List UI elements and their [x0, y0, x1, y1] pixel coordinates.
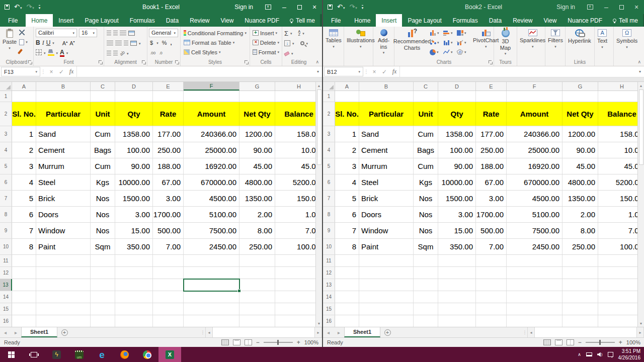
- styles-dialog-launcher[interactable]: [245, 60, 249, 64]
- maximize-button[interactable]: [292, 0, 307, 14]
- cell-F11[interactable]: [507, 255, 562, 266]
- tab-view[interactable]: View: [215, 14, 239, 27]
- undo-button[interactable]: ↶▾: [337, 4, 345, 11]
- winamp-taskbar-button[interactable]: [45, 347, 68, 362]
- taskbar-clock[interactable]: 3:51 PM 4/26/2016: [618, 348, 641, 361]
- cell-E15[interactable]: [153, 303, 184, 315]
- cell-H12[interactable]: [275, 267, 315, 279]
- cancel-button[interactable]: ×: [46, 66, 56, 77]
- cell-E8[interactable]: 1700.00: [153, 207, 184, 222]
- cell-B16[interactable]: [359, 315, 414, 327]
- column-header-H[interactable]: H: [598, 82, 638, 90]
- collapse-ribbon-button[interactable]: ∧: [315, 59, 319, 64]
- volume-icon[interactable]: ): [597, 352, 603, 357]
- cell-C4[interactable]: Bags: [91, 142, 115, 158]
- percent-format-button[interactable]: %: [162, 40, 167, 46]
- cell-H5[interactable]: 45.00: [275, 158, 315, 174]
- row-header-11[interactable]: 11: [323, 255, 335, 266]
- cell-C15[interactable]: [414, 303, 438, 315]
- cell-G3[interactable]: 1200.00: [239, 126, 275, 142]
- cell-A13[interactable]: [335, 279, 359, 291]
- cell-A11[interactable]: [12, 255, 36, 266]
- cell-C3[interactable]: Cum: [414, 126, 438, 142]
- cell-D16[interactable]: [438, 315, 476, 327]
- cell-H11[interactable]: [598, 255, 638, 266]
- cell-B16[interactable]: [36, 315, 91, 327]
- row-header-10[interactable]: 10: [0, 239, 12, 254]
- horizontal-scroll-thumb[interactable]: [535, 327, 636, 337]
- wrap-text-button[interactable]: [128, 31, 135, 36]
- cell-D11[interactable]: [438, 255, 476, 266]
- cell-C8[interactable]: Nos: [414, 207, 438, 222]
- column-header-A[interactable]: A: [12, 82, 36, 90]
- cell-D14[interactable]: [438, 291, 476, 303]
- tab-nuance-pdf[interactable]: Nuance PDF: [562, 14, 608, 27]
- cell-F5[interactable]: 16920.00: [184, 158, 239, 174]
- cell-C13[interactable]: [91, 279, 115, 291]
- cell-B10[interactable]: Paint: [36, 239, 91, 254]
- formula-input[interactable]: [399, 66, 636, 77]
- cell-H15[interactable]: [275, 303, 315, 315]
- number-dialog-launcher[interactable]: [175, 60, 179, 64]
- cell-C6[interactable]: Kgs: [91, 174, 115, 190]
- cell-B14[interactable]: [36, 291, 91, 303]
- firefox-taskbar-button[interactable]: [113, 347, 136, 362]
- column-header-C[interactable]: C: [414, 82, 438, 90]
- cell-G2[interactable]: Net Qty: [562, 102, 598, 126]
- cell-B1[interactable]: [36, 91, 91, 102]
- cell-H7[interactable]: 150.00: [275, 191, 315, 206]
- tab-review[interactable]: Review: [184, 14, 215, 27]
- cell-A14[interactable]: [335, 291, 359, 303]
- cell-E11[interactable]: [476, 255, 507, 266]
- cell-F2[interactable]: Amount: [184, 102, 239, 126]
- vertical-scrollbar[interactable]: ▲ ▼: [637, 82, 644, 327]
- cell-G12[interactable]: [562, 267, 598, 279]
- column-header-C[interactable]: C: [91, 82, 115, 90]
- cell-A6[interactable]: 4: [335, 174, 359, 190]
- cell-H10[interactable]: 100.00: [598, 239, 638, 254]
- cell-E1[interactable]: [153, 91, 184, 102]
- cell-H3[interactable]: 158.00: [275, 126, 315, 142]
- tab-data[interactable]: Data: [160, 14, 184, 27]
- cell-C2[interactable]: Unit: [414, 102, 438, 126]
- cell-H3[interactable]: 158.00: [598, 126, 638, 142]
- cell-D1[interactable]: [115, 91, 153, 102]
- zoom-slider[interactable]: [264, 342, 293, 343]
- cell-C7[interactable]: Nos: [91, 191, 115, 206]
- media-player-taskbar-button[interactable]: [68, 347, 91, 362]
- tab-insert[interactable]: Insert: [376, 14, 402, 27]
- insert-hierarchy-chart-button[interactable]: ▾: [457, 30, 470, 36]
- cell-E12[interactable]: [476, 267, 507, 279]
- cell-H15[interactable]: [598, 303, 638, 315]
- cell-G9[interactable]: 8.00: [562, 223, 598, 238]
- cell-F15[interactable]: [507, 303, 562, 315]
- cell-G6[interactable]: 4800.00: [562, 174, 598, 190]
- formula-bar-expand-button[interactable]: ▾: [636, 66, 644, 77]
- normal-view-button[interactable]: [221, 339, 229, 345]
- scroll-up-arrow[interactable]: ▲: [638, 82, 644, 89]
- zoom-in-button[interactable]: +: [619, 339, 622, 346]
- cell-B2[interactable]: Particular: [359, 102, 414, 126]
- cell-G14[interactable]: [562, 291, 598, 303]
- borders-button[interactable]: [36, 49, 42, 56]
- row-header-7[interactable]: 7: [0, 191, 12, 206]
- cell-C7[interactable]: Nos: [414, 191, 438, 206]
- cell-F1[interactable]: [184, 91, 239, 102]
- row-header-4[interactable]: 4: [0, 142, 12, 158]
- cell-E4[interactable]: 250.00: [153, 142, 184, 158]
- text-button[interactable]: AText▾: [596, 28, 609, 58]
- filters-button[interactable]: Filters▾: [546, 28, 565, 58]
- scroll-left-arrow[interactable]: ◂: [205, 327, 213, 337]
- cell-A4[interactable]: 2: [335, 142, 359, 158]
- cell-A3[interactable]: 1: [335, 126, 359, 142]
- cell-F14[interactable]: [184, 291, 239, 303]
- merge-center-button[interactable]: [130, 41, 137, 46]
- vertical-scrollbar[interactable]: ▲ ▼: [315, 82, 322, 327]
- tables-button[interactable]: Tables▾: [324, 28, 343, 58]
- cell-F5[interactable]: 16920.00: [507, 158, 562, 174]
- cell-C4[interactable]: Bags: [414, 142, 438, 158]
- cell-G14[interactable]: [239, 291, 275, 303]
- cell-B8[interactable]: Doors: [359, 207, 414, 222]
- illustrations-button[interactable]: Illustrations▾: [345, 28, 376, 58]
- find-select-button[interactable]: [300, 40, 304, 46]
